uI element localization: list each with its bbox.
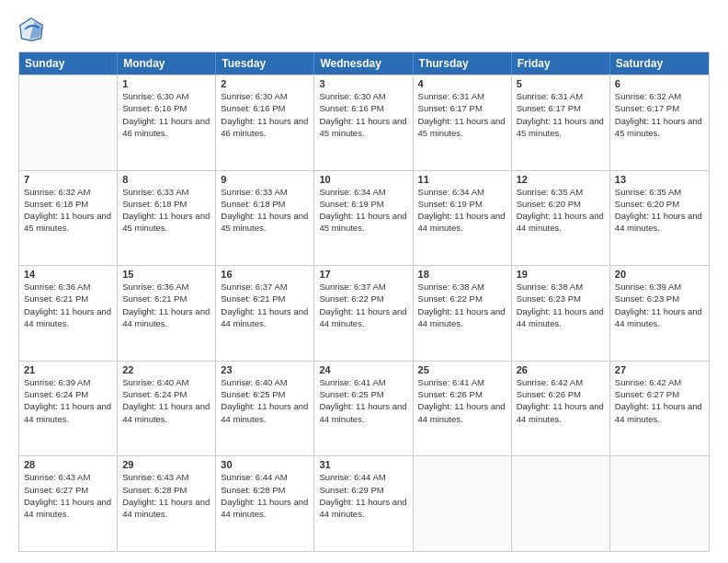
cell-info: Sunrise: 6:35 AMSunset: 6:20 PMDaylight:… (517, 186, 605, 235)
day-number: 30 (221, 459, 309, 470)
cell-info: Sunrise: 6:44 AMSunset: 6:29 PMDaylight:… (319, 471, 407, 520)
cell-info: Sunrise: 6:31 AMSunset: 6:17 PMDaylight:… (418, 90, 506, 139)
page: SundayMondayTuesdayWednesdayThursdayFrid… (0, 0, 728, 563)
calendar-cell: 28Sunrise: 6:43 AMSunset: 6:27 PMDayligh… (19, 456, 118, 551)
calendar-cell: 10Sunrise: 6:34 AMSunset: 6:19 PMDayligh… (314, 171, 413, 266)
day-number: 8 (122, 174, 210, 185)
cell-info: Sunrise: 6:30 AMSunset: 6:16 PMDaylight:… (122, 90, 210, 139)
day-number: 15 (122, 269, 210, 280)
day-number: 2 (221, 78, 309, 89)
day-number: 22 (122, 364, 210, 375)
day-of-week-wednesday: Wednesday (314, 52, 413, 75)
calendar-cell: 3Sunrise: 6:30 AMSunset: 6:16 PMDaylight… (314, 75, 413, 170)
calendar-body: 1Sunrise: 6:30 AMSunset: 6:16 PMDaylight… (19, 75, 709, 551)
calendar-cell: 14Sunrise: 6:36 AMSunset: 6:21 PMDayligh… (19, 266, 118, 361)
calendar-cell (512, 456, 610, 551)
day-number: 20 (615, 269, 704, 280)
calendar-cell (610, 456, 709, 551)
cell-info: Sunrise: 6:40 AMSunset: 6:24 PMDaylight:… (122, 376, 210, 425)
cell-info: Sunrise: 6:38 AMSunset: 6:23 PMDaylight:… (517, 281, 605, 329)
calendar-row-2: 14Sunrise: 6:36 AMSunset: 6:21 PMDayligh… (19, 265, 709, 361)
day-number: 16 (221, 269, 309, 280)
calendar-cell: 27Sunrise: 6:42 AMSunset: 6:27 PMDayligh… (610, 362, 709, 456)
calendar-cell: 26Sunrise: 6:42 AMSunset: 6:26 PMDayligh… (512, 362, 610, 456)
day-number: 3 (319, 78, 407, 89)
day-number: 10 (319, 174, 407, 185)
cell-info: Sunrise: 6:43 AMSunset: 6:28 PMDaylight:… (122, 471, 210, 520)
calendar-cell: 4Sunrise: 6:31 AMSunset: 6:17 PMDaylight… (414, 75, 512, 170)
calendar-cell: 30Sunrise: 6:44 AMSunset: 6:28 PMDayligh… (216, 456, 314, 551)
header (18, 17, 710, 42)
cell-info: Sunrise: 6:33 AMSunset: 6:18 PMDaylight:… (122, 186, 210, 235)
day-number: 7 (24, 174, 112, 185)
logo-icon (18, 17, 44, 42)
cell-info: Sunrise: 6:31 AMSunset: 6:17 PMDaylight:… (517, 90, 605, 139)
day-of-week-thursday: Thursday (414, 52, 512, 75)
calendar-header: SundayMondayTuesdayWednesdayThursdayFrid… (19, 52, 709, 75)
day-number: 27 (615, 364, 704, 375)
calendar-cell: 7Sunrise: 6:32 AMSunset: 6:18 PMDaylight… (19, 171, 118, 266)
calendar-cell: 24Sunrise: 6:41 AMSunset: 6:25 PMDayligh… (314, 362, 413, 456)
day-number: 6 (615, 78, 704, 89)
calendar-cell: 6Sunrise: 6:32 AMSunset: 6:17 PMDaylight… (610, 75, 709, 170)
calendar-cell: 19Sunrise: 6:38 AMSunset: 6:23 PMDayligh… (512, 266, 610, 361)
calendar-cell: 22Sunrise: 6:40 AMSunset: 6:24 PMDayligh… (118, 362, 216, 456)
day-number: 21 (24, 364, 112, 375)
calendar-cell: 15Sunrise: 6:36 AMSunset: 6:21 PMDayligh… (118, 266, 216, 361)
day-number: 31 (319, 459, 407, 470)
calendar-row-0: 1Sunrise: 6:30 AMSunset: 6:16 PMDaylight… (19, 75, 709, 170)
day-number: 13 (615, 174, 704, 185)
day-number: 23 (221, 364, 309, 375)
day-number: 5 (517, 78, 605, 89)
cell-info: Sunrise: 6:39 AMSunset: 6:23 PMDaylight:… (615, 281, 704, 329)
day-number: 29 (122, 459, 210, 470)
calendar-cell: 2Sunrise: 6:30 AMSunset: 6:16 PMDaylight… (216, 75, 314, 170)
calendar-cell: 16Sunrise: 6:37 AMSunset: 6:21 PMDayligh… (216, 266, 314, 361)
calendar-cell: 25Sunrise: 6:41 AMSunset: 6:26 PMDayligh… (414, 362, 512, 456)
cell-info: Sunrise: 6:39 AMSunset: 6:24 PMDaylight:… (24, 376, 112, 425)
cell-info: Sunrise: 6:43 AMSunset: 6:27 PMDaylight:… (24, 471, 112, 520)
day-number: 18 (418, 269, 506, 280)
day-number: 24 (319, 364, 407, 375)
calendar: SundayMondayTuesdayWednesdayThursdayFrid… (18, 52, 710, 552)
calendar-cell: 29Sunrise: 6:43 AMSunset: 6:28 PMDayligh… (118, 456, 216, 551)
calendar-cell: 23Sunrise: 6:40 AMSunset: 6:25 PMDayligh… (216, 362, 314, 456)
cell-info: Sunrise: 6:42 AMSunset: 6:27 PMDaylight:… (615, 376, 704, 425)
cell-info: Sunrise: 6:30 AMSunset: 6:16 PMDaylight:… (221, 90, 309, 139)
day-of-week-friday: Friday (512, 52, 610, 75)
calendar-cell: 8Sunrise: 6:33 AMSunset: 6:18 PMDaylight… (118, 171, 216, 266)
day-of-week-sunday: Sunday (19, 52, 118, 75)
day-number: 4 (418, 78, 506, 89)
cell-info: Sunrise: 6:32 AMSunset: 6:18 PMDaylight:… (24, 186, 112, 235)
calendar-cell (414, 456, 512, 551)
cell-info: Sunrise: 6:33 AMSunset: 6:18 PMDaylight:… (221, 186, 309, 235)
calendar-cell: 20Sunrise: 6:39 AMSunset: 6:23 PMDayligh… (610, 266, 709, 361)
calendar-cell: 31Sunrise: 6:44 AMSunset: 6:29 PMDayligh… (314, 456, 413, 551)
cell-info: Sunrise: 6:42 AMSunset: 6:26 PMDaylight:… (517, 376, 605, 425)
cell-info: Sunrise: 6:44 AMSunset: 6:28 PMDaylight:… (221, 471, 309, 520)
cell-info: Sunrise: 6:34 AMSunset: 6:19 PMDaylight:… (418, 186, 506, 235)
day-number: 12 (517, 174, 605, 185)
calendar-cell: 17Sunrise: 6:37 AMSunset: 6:22 PMDayligh… (314, 266, 413, 361)
calendar-cell: 12Sunrise: 6:35 AMSunset: 6:20 PMDayligh… (512, 171, 610, 266)
calendar-row-3: 21Sunrise: 6:39 AMSunset: 6:24 PMDayligh… (19, 361, 709, 456)
day-of-week-saturday: Saturday (610, 52, 709, 75)
calendar-cell: 21Sunrise: 6:39 AMSunset: 6:24 PMDayligh… (19, 362, 118, 456)
calendar-cell (19, 75, 118, 170)
cell-info: Sunrise: 6:30 AMSunset: 6:16 PMDaylight:… (319, 90, 407, 139)
cell-info: Sunrise: 6:36 AMSunset: 6:21 PMDaylight:… (122, 281, 210, 329)
day-number: 19 (517, 269, 605, 280)
cell-info: Sunrise: 6:32 AMSunset: 6:17 PMDaylight:… (615, 90, 704, 139)
day-number: 28 (24, 459, 112, 470)
day-number: 14 (24, 269, 112, 280)
calendar-row-4: 28Sunrise: 6:43 AMSunset: 6:27 PMDayligh… (19, 455, 709, 551)
cell-info: Sunrise: 6:41 AMSunset: 6:25 PMDaylight:… (319, 376, 407, 425)
day-of-week-monday: Monday (118, 52, 216, 75)
calendar-cell: 18Sunrise: 6:38 AMSunset: 6:22 PMDayligh… (414, 266, 512, 361)
calendar-cell: 5Sunrise: 6:31 AMSunset: 6:17 PMDaylight… (512, 75, 610, 170)
calendar-cell: 11Sunrise: 6:34 AMSunset: 6:19 PMDayligh… (414, 171, 512, 266)
cell-info: Sunrise: 6:40 AMSunset: 6:25 PMDaylight:… (221, 376, 309, 425)
day-of-week-tuesday: Tuesday (216, 52, 314, 75)
day-number: 26 (517, 364, 605, 375)
cell-info: Sunrise: 6:37 AMSunset: 6:22 PMDaylight:… (319, 281, 407, 329)
